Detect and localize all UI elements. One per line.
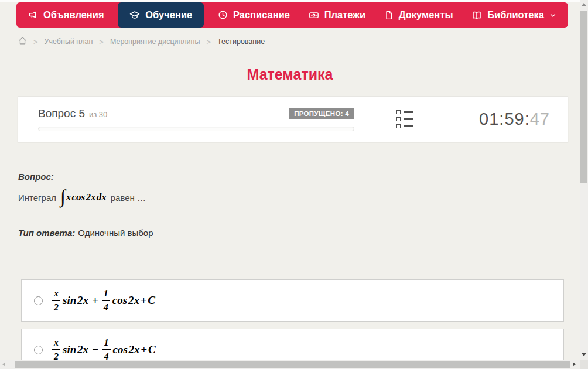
answer-option-1[interactable]: x2 sin 2x + 14 cos 2x + C: [21, 279, 564, 322]
document-icon: [384, 11, 394, 20]
integral-body: x cos 2x dx: [66, 192, 107, 203]
scroll-right-arrow-icon[interactable]: [573, 362, 576, 367]
question-progress-block: Вопрос 5 из 30 ПРОПУЩЕНО: 4: [38, 107, 354, 131]
answer-type-value: Одиночный выбор: [78, 228, 153, 238]
scroll-left-arrow-icon[interactable]: [2, 362, 5, 367]
question-text: Интеграл ∫ x cos 2x dx равен …: [18, 186, 146, 209]
fraction-denominator: 2: [54, 301, 59, 313]
nav-item-label: Расписание: [233, 9, 290, 20]
chevron-down-icon: [549, 12, 556, 19]
nav-item-label: Документы: [399, 9, 453, 20]
vertical-scrollbar-thumb[interactable]: [580, 11, 587, 183]
answer-type-label: Тип ответа:: [18, 228, 75, 238]
horizontal-scrollbar-thumb[interactable]: [15, 361, 570, 368]
question-number: Вопрос 5: [38, 107, 85, 120]
integral-formula: ∫ x cos 2x dx: [60, 192, 107, 203]
option-1-formula: x2 sin 2x + 14 cos 2x + C: [52, 288, 155, 312]
nav-item-label: Библиотека: [487, 9, 544, 20]
fraction-denominator: 4: [104, 301, 108, 313]
fraction-numerator: x: [52, 288, 60, 301]
banknote-icon: [309, 10, 319, 20]
nav-item-documents[interactable]: Документы: [380, 2, 458, 28]
breadcrumb-link-discipline-event[interactable]: Мероприятие дисциплины: [110, 37, 200, 46]
home-icon[interactable]: [18, 36, 27, 47]
nav-item-label: Платежи: [324, 9, 365, 20]
nav-item-payments[interactable]: Платежи: [304, 2, 370, 28]
scroll-up-arrow-icon[interactable]: [582, 3, 586, 6]
page-title: Математика: [0, 66, 580, 83]
formula-term: cos 2x + C: [113, 343, 156, 356]
nav-item-schedule[interactable]: Расписание: [213, 2, 295, 28]
breadcrumb-separator: >: [207, 37, 211, 46]
clock-icon: [218, 10, 228, 20]
fraction-numerator: x: [52, 337, 60, 350]
question-text-before: Интеграл: [18, 193, 56, 203]
question-text-after: равен …: [111, 193, 146, 203]
main-navbar: Объявления Обучение Расписание Платежи Д…: [16, 2, 568, 28]
breadcrumb-link-curriculum[interactable]: Учебный план: [45, 37, 93, 46]
horizontal-scrollbar[interactable]: [0, 360, 580, 369]
question-list-icon[interactable]: [396, 110, 413, 128]
timer: 01:59:47: [479, 110, 550, 129]
formula-term: cos 2x + C: [112, 294, 155, 307]
answer-type-line: Тип ответа:Одиночный выбор: [18, 228, 153, 238]
open-book-icon: [471, 10, 482, 20]
nav-item-announcements[interactable]: Объявления: [23, 2, 109, 28]
timer-hours-minutes: 01:59:: [479, 110, 530, 128]
breadcrumb-separator: >: [99, 37, 104, 46]
nav-item-label: Обучение: [145, 9, 192, 20]
breadcrumb-separator: >: [33, 37, 38, 46]
skipped-badge: ПРОПУЩЕНО: 4: [289, 108, 354, 119]
nav-item-learning[interactable]: Обучение: [118, 2, 204, 28]
formula-operator: +: [92, 294, 98, 307]
scroll-down-arrow-icon[interactable]: [582, 353, 586, 356]
nav-item-library[interactable]: Библиотека: [467, 2, 561, 28]
formula-term: sin 2x: [63, 294, 88, 307]
nav-item-label: Объявления: [43, 9, 104, 20]
progress-bar: [38, 127, 354, 131]
radio-option-1[interactable]: [34, 296, 43, 305]
radio-option-2[interactable]: [34, 346, 43, 354]
breadcrumb: > Учебный план > Мероприятие дисциплины …: [18, 36, 265, 47]
fraction-numerator: 1: [102, 288, 110, 301]
timer-seconds: 47: [530, 110, 550, 128]
breadcrumb-current-testing: Тестирование: [217, 37, 265, 46]
vertical-scrollbar[interactable]: [580, 0, 588, 360]
formula-operator: −: [92, 343, 99, 356]
formula-term: sin 2x: [63, 343, 88, 356]
megaphone-icon: [28, 10, 38, 20]
question-header-card: Вопрос 5 из 30 ПРОПУЩЕНО: 4 01:59:47: [18, 96, 568, 142]
option-2-formula: x2 sin 2x − 14 cos 2x + C: [52, 337, 156, 361]
fraction-numerator: 1: [102, 337, 111, 350]
question-label: Вопрос:: [18, 172, 54, 182]
scrollbar-corner: [580, 360, 588, 369]
question-total: из 30: [89, 110, 107, 119]
graduation-cap-icon: [129, 10, 140, 20]
